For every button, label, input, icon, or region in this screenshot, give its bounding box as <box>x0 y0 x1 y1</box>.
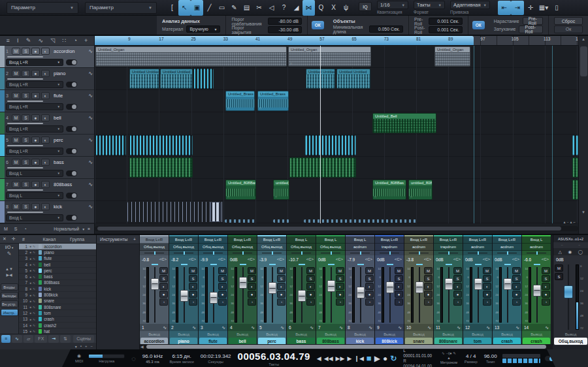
strip-record-button[interactable]: ● <box>365 291 374 298</box>
strip-gain-value[interactable]: 0dB <box>230 257 238 262</box>
quantize-dropdown[interactable]: 1/16▼ Квантизация <box>377 1 408 14</box>
track-volume-slider[interactable] <box>7 56 43 57</box>
strip-pan-slider[interactable] <box>228 251 257 255</box>
time-signature[interactable]: 4 / 4 Размер <box>465 353 478 364</box>
output-toggle[interactable] <box>544 355 555 362</box>
scroll-up-icon[interactable]: ▲ <box>579 37 588 41</box>
subfooter-icon[interactable]: ▪ <box>80 344 82 348</box>
clip-gain-handle[interactable]: ○ <box>308 84 310 88</box>
scenes-button[interactable]: Сцены <box>73 335 94 343</box>
strip-monitor-button[interactable]: ◐ <box>395 283 403 290</box>
channel-row-808kick[interactable]: 9●∿808kick <box>19 292 96 298</box>
mute-button[interactable]: M <box>12 114 20 121</box>
clip-Untitled_Brass[interactable]: Untitled_Brass○ <box>225 91 255 111</box>
strip-record-button[interactable]: ● <box>189 291 197 298</box>
solo-button[interactable]: S <box>22 48 30 55</box>
strip-pan-value[interactable]: <C> <box>483 257 490 261</box>
channel-row-piano[interactable]: 2●∿piano <box>19 249 96 255</box>
channel-row-808bass[interactable]: 7●∿808bass <box>19 280 96 286</box>
strip-clock-button[interactable]: ◔ <box>218 298 227 306</box>
strip-fader-cap[interactable] <box>503 278 512 290</box>
strip-record-button[interactable]: ● <box>424 291 433 298</box>
forward-button[interactable]: ▶▶ <box>336 355 345 362</box>
master-name-chip[interactable]: Общ.выход <box>554 338 587 345</box>
strip-input-label[interactable]: Вход L+R <box>434 236 463 244</box>
strip-fader-track[interactable] <box>474 267 482 323</box>
clip-untitled_[interactable]: untitled_○ <box>273 180 289 200</box>
strip-record-button[interactable]: ● <box>395 291 403 298</box>
channel-row-hat[interactable]: 15●∿hat <box>19 328 96 334</box>
rail-button-Инстр.[interactable]: Инстр. <box>1 309 18 316</box>
quantize-tool-icon[interactable]: Q <box>315 0 327 16</box>
strip-output-label[interactable]: acdrum <box>493 244 521 251</box>
strip-gain-value[interactable]: -0.8 <box>142 257 149 262</box>
clip-kstripe[interactable] <box>127 202 223 222</box>
strip-gain-value[interactable]: -10.7 <box>289 257 299 262</box>
param-dropdown-2[interactable]: Параметр ▼ <box>85 2 157 14</box>
mixer-scrollbar[interactable]: ◀ <box>140 344 553 349</box>
clip-area[interactable]: Untitled_Organ○Untitled_Organ○Untitled_O… <box>95 46 578 223</box>
solo-button[interactable]: S <box>22 136 30 144</box>
input-toggle[interactable] <box>66 126 77 132</box>
track-input-dropdown[interactable]: Вход L+R▼ <box>6 103 63 110</box>
channel-row-perc[interactable]: 5●∿perc <box>19 268 96 274</box>
strip-input-label[interactable]: Вход L+R <box>404 236 433 244</box>
rail-button-Входы[interactable]: Входы <box>1 283 18 291</box>
monitor-button[interactable]: ◐ <box>41 136 50 144</box>
strip-record-button[interactable]: ● <box>218 291 227 298</box>
strip-record-button[interactable]: ● <box>248 291 256 298</box>
track-row-bell[interactable]: 4MS●◐bell∿Вход L+R▼ <box>0 112 94 135</box>
monitor-button[interactable]: ◐ <box>41 48 50 55</box>
strip-record-button[interactable]: ● <box>483 291 491 298</box>
strip-fader-cap[interactable] <box>444 278 453 290</box>
input-toggle[interactable] <box>66 170 77 176</box>
strip-mute-button[interactable]: M <box>453 267 462 274</box>
rail-button-Вн.устр.[interactable]: Вн.устр. <box>1 300 18 308</box>
track-volume-slider[interactable] <box>7 189 43 191</box>
strip-fader-cap[interactable] <box>180 290 188 302</box>
master-slot-2[interactable]: .. <box>578 242 580 248</box>
step-back-button[interactable]: ◀ <box>317 355 321 362</box>
cut-tool-icon[interactable]: ✂ <box>253 0 265 16</box>
clock-icon[interactable]: ◔ <box>24 227 27 231</box>
strip-pan-value[interactable]: <C> <box>512 257 519 261</box>
instrument-icon[interactable]: ∿ <box>88 137 93 143</box>
solo-button[interactable]: S <box>22 70 30 77</box>
solo-button[interactable]: S <box>22 181 30 188</box>
loop-locators[interactable]: L 00001.01.01.00 R 00094.04.01.00 <box>403 348 434 367</box>
strip-solo-button[interactable]: S <box>159 275 168 282</box>
strip-monitor-button[interactable]: ◐ <box>248 283 256 290</box>
strip-output-label[interactable]: Общ.выход <box>257 244 286 251</box>
strip-mute-button[interactable]: M <box>395 267 403 274</box>
strip-mute-button[interactable]: M <box>424 267 433 274</box>
clip-gain-handle[interactable]: ○ <box>227 106 229 110</box>
seconds-display[interactable]: 00:02:19.342 Секунды <box>201 353 231 364</box>
strip-solo-button[interactable]: S <box>453 275 462 282</box>
strip-fader-cap[interactable] <box>415 281 423 293</box>
strip-mute-button[interactable]: M <box>365 267 374 274</box>
clip-Untitled_808Bas[interactable]: Untitled_808Bas○ <box>225 180 256 200</box>
master-fader-cap[interactable] <box>564 285 573 298</box>
channel-row-accordion[interactable]: 1●∿accordion <box>19 244 96 249</box>
mute-all-button[interactable]: M <box>4 227 8 231</box>
solo-button[interactable]: S <box>22 114 30 121</box>
loop-start-value[interactable]: L 00001.01.01.00 <box>403 348 434 359</box>
strip-record-button[interactable]: ● <box>159 291 168 298</box>
strip-input-label[interactable]: Вход L+R <box>140 236 169 244</box>
input-toggle[interactable] <box>66 193 77 199</box>
monitor-button[interactable]: ◐ <box>41 70 50 77</box>
clip-Untitled_Organ[interactable]: Untitled_Organ○ <box>288 46 371 67</box>
param-dropdown-1[interactable]: Параметр ▼ <box>7 2 78 14</box>
strip-record-button[interactable]: ● <box>277 291 286 298</box>
track-input-dropdown[interactable]: Вход L▼ <box>6 214 63 221</box>
mute-button[interactable]: M <box>12 181 20 188</box>
clip-perc[interactable] <box>305 135 356 155</box>
clip-gain-handle[interactable]: ○ <box>410 195 412 199</box>
wrench-icon[interactable]: ✎ <box>7 251 12 257</box>
layers-icon[interactable]: ∷ <box>63 37 67 44</box>
strip-monitor-button[interactable]: ◐ <box>336 283 344 290</box>
strip-pan-value[interactable]: <C> <box>306 257 314 261</box>
add-track-icon[interactable]: + <box>84 37 88 44</box>
clip-bass[interactable] <box>289 157 356 178</box>
playhead[interactable] <box>320 46 321 223</box>
